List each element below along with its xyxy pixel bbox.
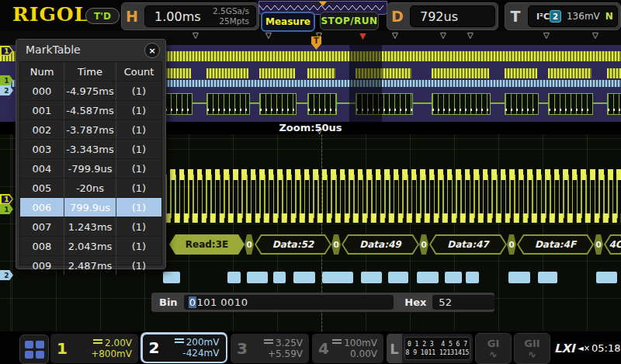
cell-time: -3.343ms xyxy=(64,140,116,158)
ch1-burst xyxy=(206,68,248,78)
channel1-scale: 2.00V xyxy=(105,338,132,348)
zoom-window-region[interactable] xyxy=(349,45,382,122)
footer-bar: 1 2.00V +800mV 2 200mV -424mV 3 3.25V +5… xyxy=(0,331,621,364)
memory-depth: 25Mpts xyxy=(219,16,249,26)
decode-data-box: Data:47 xyxy=(429,234,507,255)
marker-label: 1 xyxy=(2,47,12,55)
ch2-pulse xyxy=(445,272,462,283)
zoom-center-marker: ▽ xyxy=(317,128,322,135)
channel3-block[interactable]: 3 3.25V +5.59V xyxy=(230,333,310,364)
horizontal-block[interactable]: H 1.00ms 2.5GSa/s 25Mpts xyxy=(121,2,259,30)
ch2-pulse xyxy=(322,272,353,283)
measure-button[interactable]: Measure xyxy=(261,12,315,32)
decode-label: Read:3E xyxy=(186,239,228,250)
cell-count: (1) xyxy=(116,120,161,139)
marker-triangle: ▽ xyxy=(440,32,446,40)
marker-label: 1 xyxy=(2,196,12,203)
ch1-square-wave xyxy=(161,169,621,224)
cell-count: (1) xyxy=(116,81,161,100)
bin-value: 101 0010 xyxy=(196,296,248,308)
timebase-value: 1.00ms xyxy=(145,9,201,24)
cell-count: (1) xyxy=(116,237,161,255)
generator1-label: GI xyxy=(487,338,500,348)
cell-time: -3.787ms xyxy=(64,120,116,139)
table-row[interactable]: 001-4.587ms(1) xyxy=(20,100,161,120)
table-row[interactable]: 000-4.975ms(1) xyxy=(20,81,161,100)
logic-row2: 8 9 1011 12131415 xyxy=(406,348,470,357)
ch1-burst xyxy=(607,68,621,78)
bin-label: Bin xyxy=(151,296,184,308)
bin-cursor: 0 xyxy=(189,296,197,308)
trigger-position-marker[interactable]: ▼ xyxy=(359,32,366,40)
cell-count: (1) xyxy=(116,101,161,120)
channel2-block-selected[interactable]: 2 200mV -424mV xyxy=(141,332,227,363)
decode-burst xyxy=(165,93,193,115)
marker-triangle: ▽ xyxy=(467,32,474,40)
grid-square xyxy=(25,351,33,359)
table-row[interactable]: 0071.243ms(1) xyxy=(20,217,161,236)
marktable-table: Num Time Count 000-4.975ms(1) 001-4.587m… xyxy=(19,61,162,265)
bus-value-bar: Bin 0101 0010 Hex 52 xyxy=(151,293,494,312)
generator1-block[interactable]: GI ∿ xyxy=(475,333,512,364)
marktable-title: MarkTable xyxy=(26,43,81,56)
logic-channels-block[interactable]: L 0 1 2 3 4 5 6 7 8 9 1011 12131415 xyxy=(386,333,474,364)
ch2-pulse xyxy=(417,272,439,283)
bin-value-field[interactable]: 0101 0010 xyxy=(184,295,394,310)
table-row-selected[interactable]: 006799.9us(1) xyxy=(20,197,161,217)
marker-label: 2 xyxy=(4,272,9,279)
cell-time: -4.587ms xyxy=(64,101,116,120)
cell-count: (1) xyxy=(116,256,161,275)
table-row[interactable]: 005-20ns(1) xyxy=(20,178,161,197)
hex-value-field[interactable]: 52 xyxy=(432,295,494,310)
table-row[interactable]: 0092.487ms(1) xyxy=(20,255,161,275)
generator2-block[interactable]: GII ∿ xyxy=(514,333,550,364)
stop-run-button[interactable]: STOP/RUN xyxy=(320,12,379,30)
cell-time: 1.243ms xyxy=(64,217,116,236)
ch2-pulse xyxy=(293,272,315,283)
menu-grid-button[interactable] xyxy=(19,335,49,364)
delay-block[interactable]: D 792us xyxy=(387,2,498,30)
channel1-number: 1 xyxy=(50,339,69,358)
marktable-popup: MarkTable × Num Time Count 000-4.975ms(1… xyxy=(16,39,166,269)
ch1-burst xyxy=(548,68,592,78)
marker-triangle: ▽ xyxy=(265,32,272,40)
trigger-block[interactable]: T I²C 2 136mV N xyxy=(505,2,621,30)
decode-burst xyxy=(548,93,593,115)
close-icon[interactable]: × xyxy=(144,43,160,58)
square-wave-low xyxy=(161,213,621,223)
zoom-scale-label: Zoom:50us xyxy=(279,122,342,133)
channel1-block[interactable]: 1 2.00V +800mV xyxy=(50,333,139,364)
t-label: T xyxy=(505,8,526,25)
grid-square xyxy=(36,341,44,348)
channel1-offset: +800mV xyxy=(91,348,132,359)
cell-num: 005 xyxy=(20,179,64,197)
table-row[interactable]: 003-3.343ms(1) xyxy=(20,139,161,158)
grid-square xyxy=(36,351,44,359)
ch2-pulse xyxy=(227,272,241,283)
cell-count: (1) xyxy=(116,217,161,236)
table-row[interactable]: 004-799.9us(1) xyxy=(20,158,161,178)
col-time: Time xyxy=(64,62,116,81)
channel2-offset: -424mV xyxy=(182,348,219,359)
cell-count: (1) xyxy=(116,198,161,217)
ch2-pulse xyxy=(247,272,268,283)
trigger-position-tick xyxy=(319,2,327,6)
decode-burst xyxy=(432,93,491,115)
logic-row1: 0 1 2 3 4 5 6 7 xyxy=(408,340,467,348)
ch1-burst xyxy=(505,68,537,78)
table-row[interactable]: 002-3.787ms(1) xyxy=(20,120,161,139)
ch2-pulse xyxy=(273,272,286,283)
decode-data-box: Data:4F xyxy=(517,234,594,255)
cell-time: 2.043ms xyxy=(64,237,116,255)
decode-label: Data:4F xyxy=(535,239,576,250)
ch2-pulse xyxy=(466,272,479,283)
speaker-muted-icon: ◄× xyxy=(578,344,590,352)
noise-reject-flag: N xyxy=(605,11,613,22)
decode-label: 0 xyxy=(421,240,427,250)
decode-label: Data:47 xyxy=(447,239,488,250)
oscilloscope-screen: ▽ ▽ ▽ ▽ ▽ ▽ ▽ ▽ ▼ T Zoom:50us ▽ Read:3E … xyxy=(0,0,621,364)
cell-num: 001 xyxy=(20,101,64,120)
channel4-block[interactable]: 4 100mV 0.00V xyxy=(311,333,384,364)
cell-count: (1) xyxy=(116,179,161,197)
table-row[interactable]: 0082.043ms(1) xyxy=(20,236,161,255)
